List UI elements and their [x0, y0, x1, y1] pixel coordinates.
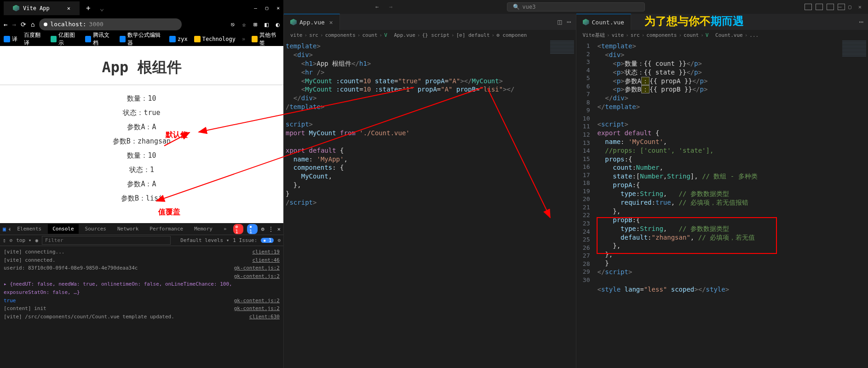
devtools-panel: ▣ ⫞ Elements Console Sources Network Per… — [0, 223, 283, 368]
command-search[interactable]: 🔍 vue3 — [507, 2, 645, 12]
devtools-tab[interactable]: Performance — [145, 224, 188, 234]
bookmark-icon — [85, 36, 91, 42]
inspect-icon[interactable]: ▣ — [3, 226, 6, 232]
share-icon[interactable]: ⎋ — [231, 21, 235, 28]
maximize-button[interactable]: ▢ — [265, 5, 269, 11]
more-icon[interactable]: ⋯ — [567, 17, 571, 26]
layout-icon[interactable] — [827, 4, 834, 10]
code-editor[interactable]: 1234567891011121314151617181920212223242… — [576, 40, 868, 368]
log-row: [vite] connected.client:46 — [4, 256, 280, 264]
issue-badge[interactable]: ▪ 1 — [261, 238, 274, 243]
clear-icon[interactable]: ⊘ — [10, 237, 13, 243]
bookmark-folder[interactable]: Technology — [194, 36, 236, 42]
more-icon[interactable]: — ▢ ✕ — [838, 4, 862, 10]
bookmark-item[interactable]: 百度翻译 — [24, 31, 44, 47]
extension-icon[interactable]: ⊞ — [253, 21, 257, 28]
bookmark-icon — [4, 36, 10, 42]
levels-dropdown[interactable]: Default levels ▾ — [180, 237, 229, 243]
file-tab[interactable]: App.vue ✕ — [284, 14, 340, 30]
file-tab[interactable]: Count.vue — [576, 14, 631, 30]
browser-titlebar: Vite App ✕ + ⌄ — ▢ ✕ — [0, 0, 283, 16]
devtools-tab[interactable]: Sources — [80, 224, 111, 234]
close-button[interactable]: ✕ — [276, 5, 280, 11]
log-row: [vite] connecting...client:19 — [4, 248, 280, 256]
rendered-page: App 根组件 数量：10 状态：true 参数A：A 参数B：zhangsan… — [0, 46, 283, 223]
eye-icon[interactable]: ◉ — [35, 237, 38, 243]
bookmarks-bar: 译 百度翻译 亿图图示 腾讯文档 数学公式编辑器 zyx Technology … — [0, 32, 283, 46]
editor-body: App.vue ✕ ◫ ⋯ vite› src› components› cou… — [283, 14, 868, 368]
bookmark-icon — [169, 36, 176, 42]
error-badge[interactable]: ⊗ 1 — [233, 224, 244, 234]
log-row: ▸ {needUT: false, needWa: true, onlineti… — [4, 280, 280, 296]
devtools-tab[interactable]: Network — [113, 224, 143, 234]
browser-tab[interactable]: Vite App ✕ — [4, 1, 80, 15]
reload-button[interactable]: ⟳ — [21, 21, 26, 28]
bookmark-item[interactable]: zyx — [169, 36, 188, 42]
bookmarks-overflow[interactable]: » — [242, 36, 245, 42]
search-text: vue3 — [523, 4, 536, 10]
page-line: 状态：1 — [0, 166, 283, 174]
close-icon[interactable]: ✕ — [277, 226, 281, 232]
minimize-button[interactable]: — — [254, 5, 257, 11]
log-row: [content] initgk-content.js:2 — [4, 305, 280, 313]
home-button[interactable]: ⌂ — [31, 21, 34, 28]
site-info-icon[interactable] — [44, 23, 47, 26]
page-line: 参数A：A — [0, 180, 283, 189]
tab-label: App.vue — [299, 19, 325, 26]
page-line: 数量：10 — [0, 94, 283, 103]
annotation-override: 值覆盖 — [158, 207, 180, 217]
breadcrumb[interactable]: Vite基础› vite› src› components› count› V … — [576, 30, 868, 40]
bookmark-item[interactable]: 腾讯文档 — [85, 31, 113, 47]
minimap[interactable] — [840, 40, 868, 132]
filter-input[interactable] — [42, 236, 171, 245]
bookmark-folder[interactable]: 其他书签 — [252, 31, 280, 47]
settings-icon[interactable]: ⚙ — [261, 226, 264, 232]
more-icon[interactable]: ⋮ — [268, 226, 274, 232]
annotation-default: 默认值 — [166, 130, 188, 140]
url-input[interactable]: localhost:3000 — [39, 18, 182, 30]
minimap[interactable] — [548, 40, 576, 132]
editor-pane-left: App.vue ✕ ◫ ⋯ vite› src› components› cou… — [283, 14, 576, 368]
folder-icon — [194, 36, 201, 42]
page-line: 数量：10 — [0, 151, 283, 160]
issues-label[interactable]: 1 Issue: — [233, 237, 257, 243]
star-icon[interactable]: ☆ — [242, 21, 246, 28]
url-port: 3000 — [89, 21, 103, 28]
tab-dropdown-icon[interactable]: ⌄ — [100, 4, 104, 12]
new-tab-button[interactable]: + — [86, 4, 91, 12]
code-editor[interactable]: template> <div> <h1>App 根组件</h1> <hr /> … — [284, 40, 576, 368]
editor-titlebar: ← → 🔍 vue3 — ▢ ✕ — [283, 0, 868, 14]
page-line: 参数B：zhangsan — [0, 137, 283, 146]
device-icon[interactable]: ⫞ — [8, 226, 11, 232]
close-icon[interactable]: ✕ — [67, 5, 70, 12]
layout-icon[interactable] — [805, 4, 812, 10]
devtools-tab[interactable]: Memory — [190, 224, 217, 234]
sidebar-toggle-icon[interactable]: ▯ — [3, 237, 6, 243]
devtools-tab[interactable]: Console — [48, 224, 78, 234]
url-host: localhost: — [50, 21, 86, 28]
profile-icon[interactable]: ◐ — [276, 21, 280, 28]
search-icon: 🔍 — [513, 4, 520, 10]
line-gutter: 1234567891011121314151617181920212223242… — [576, 40, 596, 368]
breadcrumb[interactable]: vite› src› components› count› V App.vue›… — [284, 30, 576, 40]
bookmark-item[interactable]: 译 — [4, 35, 17, 43]
layout-icon[interactable] — [816, 4, 823, 10]
page-line: 状态：true — [0, 109, 283, 117]
info-badge[interactable]: ▪ 1 — [247, 224, 258, 234]
bookmark-item[interactable]: 数学公式编辑器 — [120, 31, 163, 47]
settings-icon[interactable]: ⚙ — [277, 237, 281, 243]
code-lines: template> <div> <h1>App 根组件</h1> <hr /> … — [284, 40, 576, 368]
vue-icon — [583, 19, 589, 25]
devtools-filter-bar: ▯ ⊘ top ▾ ◉ Default levels ▾ 1 Issue: ▪ … — [0, 235, 283, 246]
devtools-more[interactable]: » — [219, 224, 231, 234]
sidebar-icon[interactable]: ◧ — [264, 21, 268, 28]
close-icon[interactable]: ✕ — [329, 19, 333, 26]
split-icon[interactable]: ◫ — [558, 17, 562, 26]
more-icon[interactable]: ⋯ — [859, 17, 863, 26]
devtools-tab[interactable]: Elements — [12, 224, 46, 234]
context-dropdown[interactable]: top ▾ — [16, 237, 31, 243]
nav-back-icon[interactable]: ← — [375, 4, 379, 10]
bookmark-item[interactable]: 亿图图示 — [51, 31, 79, 47]
log-row: userid: 83f10c00-09f4-08e9-9850-4e790dea… — [4, 264, 280, 272]
back-button[interactable]: ← — [4, 21, 7, 28]
